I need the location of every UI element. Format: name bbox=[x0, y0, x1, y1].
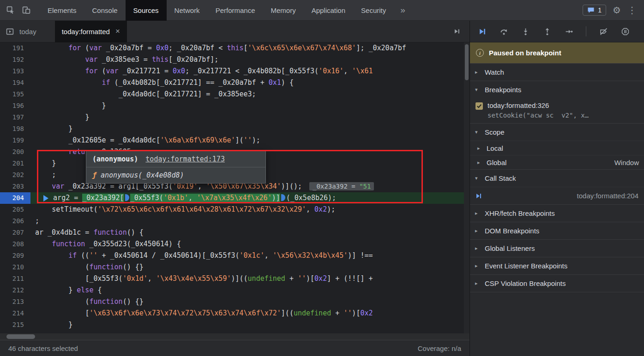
breakpoint-entry[interactable]: today:formatted:326 setCookie("acw_sc__v… bbox=[470, 98, 644, 123]
navigator-toggle-button[interactable] bbox=[0, 21, 19, 42]
line-number[interactable]: 192 bbox=[0, 54, 30, 65]
line-number[interactable]: 210 bbox=[0, 261, 30, 273]
close-tab-icon[interactable]: × bbox=[115, 27, 120, 36]
line-number[interactable]: 208 bbox=[0, 238, 30, 250]
line-number[interactable]: 207 bbox=[0, 227, 30, 238]
code-line[interactable]: 214 ['\x63\x6f\x6e\x73\x74\x72\x75\x63\x… bbox=[0, 308, 464, 319]
code-token: _0x23a392[ bbox=[82, 194, 124, 202]
function-source-link[interactable]: today:formatted:173 bbox=[145, 155, 225, 163]
section-call-stack[interactable]: ▾ Call Stack bbox=[470, 169, 644, 187]
line-number[interactable]: 197 bbox=[0, 112, 30, 123]
code-line[interactable]: 195 _0x4da0dc[_0x217721] = _0x385ee3; bbox=[0, 89, 464, 100]
section-dom-breakpoints[interactable]: ▸ DOM Breakpoints bbox=[470, 222, 644, 239]
line-number[interactable]: 212 bbox=[0, 285, 30, 296]
code-line[interactable]: 194 if (_0x4b082b[_0x217721] == _0x20a7b… bbox=[0, 77, 464, 89]
section-scope[interactable]: ▾ Scope bbox=[470, 123, 644, 141]
settings-gear-button[interactable]: ⚙ bbox=[613, 6, 621, 15]
line-number[interactable]: 213 bbox=[0, 296, 30, 308]
breakpoint-checkbox[interactable] bbox=[475, 102, 483, 110]
line-number[interactable]: 215 bbox=[0, 319, 30, 331]
execution-pointer-icon bbox=[43, 195, 48, 202]
line-number[interactable]: 202 bbox=[0, 169, 30, 181]
file-tab-today[interactable]: today bbox=[19, 28, 36, 36]
editor-vertical-scrollbar[interactable] bbox=[464, 42, 469, 333]
line-number[interactable]: 196 bbox=[0, 100, 30, 112]
line-number[interactable]: 195 bbox=[0, 89, 30, 100]
line-number[interactable]: 206 bbox=[0, 215, 30, 227]
code-editor[interactable]: 191 for (var _0x20a7bf = 0x0; _0x20a7bf … bbox=[0, 42, 469, 333]
console-messages-badge[interactable]: 1 bbox=[583, 5, 606, 16]
paused-banner-text: Paused on breakpoint bbox=[489, 49, 561, 57]
code-line[interactable]: 205 setTimeout('\x72\x65\x6c\x6f\x61\x64… bbox=[0, 204, 464, 215]
code-line[interactable]: 191 for (var _0x20a7bf = 0x0; _0x20a7bf … bbox=[0, 42, 464, 54]
section-event-listener-breakpoints[interactable]: ▸ Event Listener Breakpoints bbox=[470, 257, 644, 274]
step-over-button[interactable] bbox=[499, 27, 508, 36]
tab-network[interactable]: Network bbox=[167, 0, 208, 21]
code-token: else bbox=[77, 286, 93, 294]
code-line[interactable]: 198 } bbox=[0, 123, 464, 135]
code-line[interactable]: 210 (function() {} bbox=[0, 261, 464, 273]
code-line[interactable]: 207ar _0x4db1c = function() { bbox=[0, 227, 464, 238]
section-breakpoints[interactable]: ▾ Breakpoints bbox=[470, 81, 644, 98]
file-tab-today-formatted[interactable]: today:formatted × bbox=[55, 21, 127, 42]
line-number[interactable]: 211 bbox=[0, 273, 30, 285]
line-number[interactable]: 194 bbox=[0, 77, 30, 89]
tab-memory[interactable]: Memory bbox=[263, 0, 304, 21]
section-global-listeners[interactable]: ▸ Global Listeners bbox=[470, 239, 644, 257]
code-line[interactable]: 197 } bbox=[0, 112, 464, 123]
code-line[interactable]: 212 } else { bbox=[0, 285, 464, 296]
section-csp-violation-breakpoints[interactable]: ▸ CSP Violation Breakpoints bbox=[470, 274, 644, 292]
code-line[interactable]: 196 } bbox=[0, 100, 464, 112]
code-line[interactable]: 193 for (var _0x217721 = 0x0; _0x217721 … bbox=[0, 65, 464, 77]
editor-statusbar: 46 characters selected Coverage: n/a bbox=[0, 340, 469, 356]
vertical-scroll-thumb[interactable] bbox=[465, 44, 469, 80]
line-number[interactable]: 199 bbox=[0, 135, 30, 146]
overflow-tabs-button[interactable] bbox=[449, 24, 465, 39]
code-text: (function() {} bbox=[30, 261, 464, 273]
section-watch[interactable]: ▸ Watch bbox=[470, 63, 644, 81]
code-line[interactable]: 208 function _0x355d23(_0x450614) { bbox=[0, 238, 464, 250]
step-button[interactable] bbox=[564, 27, 573, 36]
code-line[interactable]: 199 _0x12605e = _0x4da0dc['\x6a\x6f\x69\… bbox=[0, 135, 464, 146]
scope-local-row[interactable]: ▸ Local bbox=[470, 141, 644, 155]
code-line[interactable]: 206; bbox=[0, 215, 464, 227]
resume-script-button[interactable] bbox=[477, 27, 487, 36]
line-number[interactable]: 191 bbox=[0, 42, 30, 54]
more-panels-button[interactable]: » bbox=[394, 5, 412, 15]
step-into-button[interactable] bbox=[521, 27, 530, 36]
code-line[interactable]: 209 if (('' + _0x450614 / _0x450614)[_0x… bbox=[0, 250, 464, 261]
line-number[interactable]: 198 bbox=[0, 123, 30, 135]
tab-console[interactable]: Console bbox=[84, 0, 126, 21]
step-out-button[interactable] bbox=[542, 27, 552, 36]
code-token: var bbox=[85, 55, 97, 64]
pause-on-exceptions-button[interactable] bbox=[620, 27, 630, 36]
tab-application[interactable]: Application bbox=[304, 0, 353, 21]
line-number[interactable]: 203 bbox=[0, 181, 30, 192]
tab-elements[interactable]: Elements bbox=[40, 0, 84, 21]
line-number[interactable]: 214 bbox=[0, 308, 30, 319]
line-number[interactable]: 201 bbox=[0, 158, 30, 169]
section-xhr-breakpoints[interactable]: ▸ XHR/fetch Breakpoints bbox=[470, 204, 644, 222]
code-line[interactable]: 215 } bbox=[0, 319, 464, 331]
tab-sources[interactable]: Sources bbox=[126, 0, 167, 21]
editor-horizontal-scrollbar[interactable] bbox=[0, 333, 469, 340]
line-number[interactable]: 200 bbox=[0, 146, 30, 158]
line-number[interactable]: 193 bbox=[0, 65, 30, 77]
device-toolbar-button[interactable] bbox=[18, 2, 34, 18]
deactivate-breakpoints-button[interactable] bbox=[599, 27, 608, 36]
line-number[interactable]: 209 bbox=[0, 250, 30, 261]
line-number[interactable]: 204 bbox=[0, 192, 30, 204]
code-line[interactable]: 211 [_0x55f3('0x1d', '\x43\x4e\x55\x59')… bbox=[0, 273, 464, 285]
code-line[interactable]: 213 (function() {} bbox=[0, 296, 464, 308]
tab-performance[interactable]: Performance bbox=[208, 0, 263, 21]
line-number[interactable]: 205 bbox=[0, 204, 30, 215]
call-stack-frame[interactable]: today:formatted:204 bbox=[470, 187, 644, 204]
code-token: var bbox=[89, 44, 102, 52]
scope-global-row[interactable]: ▸ Global Window bbox=[470, 155, 644, 169]
code-line[interactable]: 192 var _0x385ee3 = this[_0x20a7bf]; bbox=[0, 54, 464, 65]
horizontal-scroll-thumb[interactable] bbox=[6, 334, 35, 339]
kebab-menu-button[interactable]: ⋮ bbox=[627, 6, 637, 15]
inspect-element-button[interactable] bbox=[3, 2, 18, 18]
code-line[interactable]: 204 arg2 = _0x23a392[_0x55f3('0x1b', '\x… bbox=[0, 192, 464, 204]
tab-security[interactable]: Security bbox=[353, 0, 394, 21]
